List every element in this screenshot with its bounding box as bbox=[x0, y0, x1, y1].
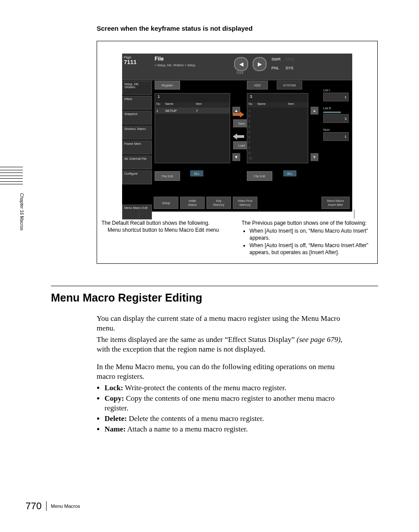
hdd-tab[interactable]: HDD bbox=[247, 81, 268, 90]
nav-next-button[interactable]: ▶ bbox=[253, 57, 267, 71]
body-p1: You can display the current state of a m… bbox=[97, 314, 343, 333]
bottom-video-proc-memory-button[interactable]: Video Proc Memory bbox=[233, 197, 257, 209]
pnl-label[interactable]: PNL bbox=[271, 66, 279, 70]
chapter-side-label: Chapter 16 Macros bbox=[19, 193, 24, 230]
right-list-scroll-up[interactable]: ▲ bbox=[311, 107, 318, 115]
right-list-rows: 1 2 3 4 5 6 7 8 9 10 bbox=[249, 108, 252, 161]
knob-listl-label: List L bbox=[323, 89, 350, 92]
screen-title: File bbox=[155, 56, 195, 62]
callout-leader-right bbox=[354, 210, 354, 219]
footer-separator bbox=[46, 501, 47, 511]
sys-label[interactable]: SYS bbox=[285, 66, 293, 70]
hdr-item: Item bbox=[196, 102, 213, 108]
callout-right-bullet-2: When [Auto Insert] is off, “Menu Macro I… bbox=[249, 242, 373, 256]
system-tab[interactable]: SYSTEM bbox=[277, 81, 302, 90]
file-edit-left-button[interactable]: File Edit bbox=[155, 171, 180, 181]
left-list: 1 No Name Item 1 SETUP 7 ▲ ▼ bbox=[155, 93, 230, 163]
page-number: 7111 bbox=[124, 59, 152, 65]
nav-frame-mem[interactable]: Frame Mem bbox=[122, 140, 152, 155]
bottom-setup-button[interactable]: Setup bbox=[154, 197, 178, 209]
body-text: You can display the current state of a m… bbox=[97, 314, 343, 434]
swr-label[interactable]: SWR bbox=[271, 57, 281, 61]
callout-right-bullet-1: When [Auto Insert] is on, “Menu Macro Au… bbox=[249, 227, 373, 241]
knob-listr-bar bbox=[323, 111, 341, 113]
knob-num-label: Num bbox=[323, 128, 350, 131]
right-list: 3 No Name Item 1 2 3 4 5 6 7 8 9 10 ▲ ▼ bbox=[247, 93, 308, 163]
nav-shotbox-macro[interactable]: Shotbox, Macro bbox=[122, 126, 152, 140]
body-p2: The items displayed are the same as unde… bbox=[97, 335, 343, 354]
callout-leader-left bbox=[139, 210, 139, 219]
footer-page-number: 770 bbox=[25, 500, 42, 512]
bottom-key-memory-button[interactable]: Key Memory bbox=[206, 197, 231, 209]
knob-listr-value[interactable]: 3 bbox=[323, 114, 349, 123]
binder-lines bbox=[0, 167, 23, 184]
see-page-ref: (see page 679) bbox=[296, 335, 340, 344]
hdr-name: Name bbox=[257, 102, 288, 108]
menu-macro-insert-after-button[interactable]: Menu Macro Insert After bbox=[321, 197, 350, 209]
section-heading: Menu Macro Register Editing bbox=[51, 291, 378, 304]
nav-effect[interactable]: Effect bbox=[122, 96, 152, 110]
row-item: 7 bbox=[196, 109, 213, 113]
section-subheading: Screen when the keyframe status is not d… bbox=[97, 25, 378, 32]
body-li-delete: Delete: Delete the contents of a menu ma… bbox=[105, 414, 343, 424]
hdr-no: No bbox=[247, 102, 257, 108]
body-li-lock: Lock: Write-protect the contents of the … bbox=[105, 383, 343, 393]
breadcrumb: > Setup, Init, VKMem > Setup bbox=[155, 64, 195, 67]
arrow-right-icon bbox=[233, 111, 244, 118]
right-list-header: No Name Item bbox=[247, 102, 308, 108]
left-list-index: 1 bbox=[158, 94, 160, 99]
section-rule bbox=[51, 286, 378, 286]
left-list-header: No Name Item bbox=[155, 102, 230, 108]
knob-listl-value[interactable]: 1 bbox=[323, 93, 349, 101]
all-right-button[interactable]: ALL bbox=[283, 170, 296, 176]
screenshot-frame: Page 7111 File > Setup, Init, VKMem > Se… bbox=[97, 41, 378, 264]
right-list-scroll-down[interactable]: ▼ bbox=[311, 153, 318, 161]
body-li-name: Name: Attach a name to a menu macro regi… bbox=[105, 424, 343, 434]
callout-left-line2: Menu shortcut button to Menu Macro Edit … bbox=[101, 226, 233, 234]
footer-text: Menu Macros bbox=[51, 503, 80, 509]
hdr-item: Item bbox=[288, 102, 303, 108]
page-label: Page bbox=[124, 56, 152, 59]
all-left-button[interactable]: ALL bbox=[190, 170, 203, 176]
arrow-left-icon bbox=[233, 133, 244, 140]
nav-all-external[interactable]: All, External File bbox=[122, 155, 152, 169]
nav-prev-button[interactable]: ◀ bbox=[234, 57, 248, 71]
callout-right-intro: The Previous page button shows one of th… bbox=[242, 219, 373, 226]
nav-configure[interactable]: Configure bbox=[122, 170, 152, 184]
callout-left-line1: The Default Recall button shows the foll… bbox=[101, 219, 233, 226]
knob-num-value[interactable]: 1 bbox=[323, 132, 349, 141]
right-list-index: 3 bbox=[250, 94, 252, 99]
nav-snapshot[interactable]: Snapshot bbox=[122, 111, 152, 125]
register-button[interactable]: Register bbox=[155, 81, 180, 90]
body-p3: In the Menu Macro menu, you can do the f… bbox=[97, 362, 343, 381]
nav-prev-page-num: 7113 bbox=[236, 71, 243, 74]
hdr-no: No bbox=[155, 102, 165, 108]
app-screenshot: Page 7111 File > Setup, Init, VKMem > Se… bbox=[122, 54, 352, 212]
dme-label[interactable]: DME bbox=[285, 57, 294, 61]
page-footer: 770 Menu Macros bbox=[25, 500, 80, 512]
body-li-copy: Copy: Copy the contents of one menu macr… bbox=[105, 394, 343, 413]
row-name: SETUP bbox=[165, 109, 196, 113]
file-edit-right-button[interactable]: File Edit bbox=[247, 171, 272, 181]
hdr-name: Name bbox=[165, 102, 196, 108]
knob-listr-label: List R bbox=[323, 107, 350, 110]
callout-columns: The Default Recall button shows the foll… bbox=[101, 219, 373, 256]
row-no: 1 bbox=[155, 109, 165, 113]
bottom-initial-status-button[interactable]: Initial Status bbox=[180, 197, 205, 209]
nav-setup-init[interactable]: Setup, Init, VKMem bbox=[122, 81, 152, 95]
left-list-row[interactable]: 1 SETUP 7 bbox=[155, 108, 230, 114]
nav-menu-macro-edit[interactable]: Menu Macro Edit bbox=[122, 205, 152, 219]
